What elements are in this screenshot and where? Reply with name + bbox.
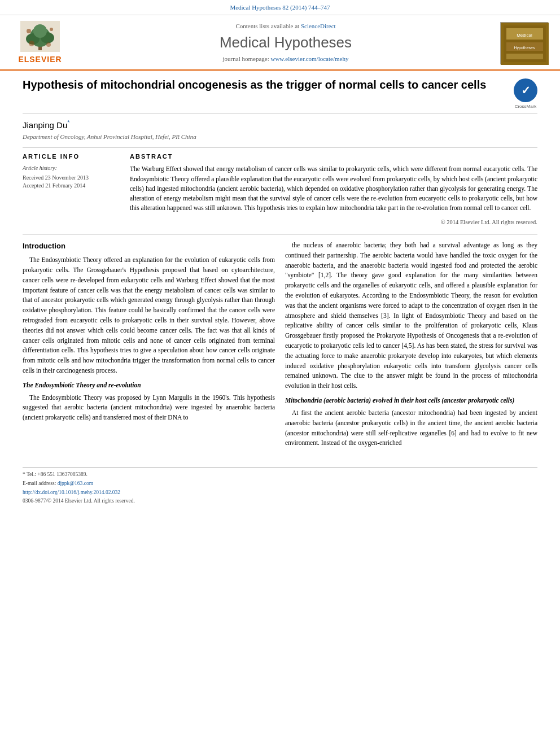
svg-point-5	[33, 24, 47, 38]
body-col-right: the nucleus of anaerobic bacteria; they …	[285, 241, 537, 453]
svg-rect-14	[506, 54, 543, 59]
article-title-section: Hypothesis of mitochondrial oncogenesis …	[23, 77, 537, 114]
author-name: Jianping Du*	[23, 119, 537, 132]
article-info-label: ARTICLE INFO	[23, 152, 119, 161]
footnote: * Tel.: +86 551 13637085389.	[23, 471, 537, 479]
abstract-label: ABSTRACT	[130, 152, 537, 161]
svg-text:Hypotheses: Hypotheses	[514, 46, 535, 50]
right-paragraph2: At first the ancient aerobic bacteria (a…	[285, 408, 537, 448]
journal-name: Medical Hypotheses	[71, 32, 500, 54]
article-info-left: ARTICLE INFO Article history: Received 2…	[23, 152, 119, 226]
journal-header: ELSEVIER Contents lists available at Sci…	[0, 15, 560, 71]
crossmark-icon[interactable]	[514, 78, 537, 102]
svg-text:Medical: Medical	[517, 33, 532, 38]
sciencedirect-line: Contents lists available at ScienceDirec…	[71, 22, 500, 31]
doi-line: http://dx.doi.org/10.1016/j.mehy.2014.02…	[23, 489, 537, 497]
svg-point-7	[50, 28, 53, 31]
page-container: Medical Hypotheses 82 (2014) 744–747	[0, 0, 560, 747]
author-affiliation: Department of Oncology, Anhui Provincial…	[23, 133, 537, 142]
homepage-link[interactable]: www.elsevier.com/locate/mehy	[270, 55, 348, 62]
cover-svg: Medical Hypotheses	[501, 23, 549, 65]
elsevier-tree-image	[20, 21, 60, 52]
accepted-date: Accepted 21 February 2014	[23, 182, 119, 190]
journal-top-bar: Medical Hypotheses 82 (2014) 744–747	[0, 0, 560, 15]
article-content: Hypothesis of mitochondrial oncogenesis …	[0, 71, 560, 462]
endosymbiotic-heading: The Endosymbiotic Theory and re-evolutio…	[23, 381, 275, 391]
elsevier-logo: ELSEVIER	[9, 21, 71, 65]
journal-citation: Medical Hypotheses 82 (2014) 744–747	[230, 4, 330, 11]
article-abstract-section: ABSTRACT The Warburg Effect showed that …	[130, 152, 537, 226]
homepage-line: journal homepage: www.elsevier.com/locat…	[71, 55, 500, 64]
footer-copyright: 0306-9877/© 2014 Elsevier Ltd. All right…	[23, 497, 537, 505]
abstract-text: The Warburg Effect showed that energy me…	[130, 164, 537, 213]
article-history-title: Article history:	[23, 164, 119, 173]
elsevier-wordmark: ELSEVIER	[18, 54, 62, 65]
email-link[interactable]: djppk@163.com	[58, 480, 93, 486]
email-line: E-mail address: djppk@163.com	[23, 480, 537, 488]
crossmark-label: CrossMark	[515, 103, 537, 110]
mitochondria-heading: Mitochondria (aerobic bacteria) evolved …	[285, 396, 537, 406]
sciencedirect-link[interactable]: ScienceDirect	[301, 23, 336, 29]
article-title: Hypothesis of mitochondrial oncogenesis …	[23, 77, 509, 92]
body-col-left: Introduction The Endosymbiotic Theory of…	[23, 241, 275, 453]
author-section: Jianping Du* Department of Oncology, Anh…	[23, 119, 537, 142]
svg-point-8	[29, 41, 34, 46]
header-center: Contents lists available at ScienceDirec…	[71, 22, 500, 64]
intro-paragraph1: The Endosymbiotic Theory offered an expl…	[23, 255, 275, 376]
svg-point-9	[46, 42, 51, 47]
right-journal-image: Medical Hypotheses	[500, 22, 551, 64]
doi-link[interactable]: http://dx.doi.org/10.1016/j.mehy.2014.02…	[23, 490, 120, 495]
crossmark-badge: CrossMark	[509, 77, 537, 110]
article-history: Article history: Received 23 November 20…	[23, 164, 119, 190]
article-info-row: ARTICLE INFO Article history: Received 2…	[23, 147, 537, 226]
author-star: *	[67, 119, 69, 126]
body-columns: Introduction The Endosymbiotic Theory of…	[23, 234, 537, 453]
right-paragraph1: the nucleus of anaerobic bacteria; they …	[285, 241, 537, 391]
intro-heading: Introduction	[23, 241, 275, 252]
copyright-line: © 2014 Elsevier Ltd. All rights reserved…	[130, 218, 537, 226]
svg-point-6	[27, 29, 31, 33]
journal-cover-image: Medical Hypotheses	[500, 22, 548, 64]
elsevier-tree-svg	[20, 21, 60, 52]
endosymbiotic-paragraph: The Endosymbiotic Theory was proposed by…	[23, 393, 275, 423]
article-footer: * Tel.: +86 551 13637085389. E-mail addr…	[23, 468, 537, 505]
received-date: Received 23 November 2013	[23, 174, 119, 182]
